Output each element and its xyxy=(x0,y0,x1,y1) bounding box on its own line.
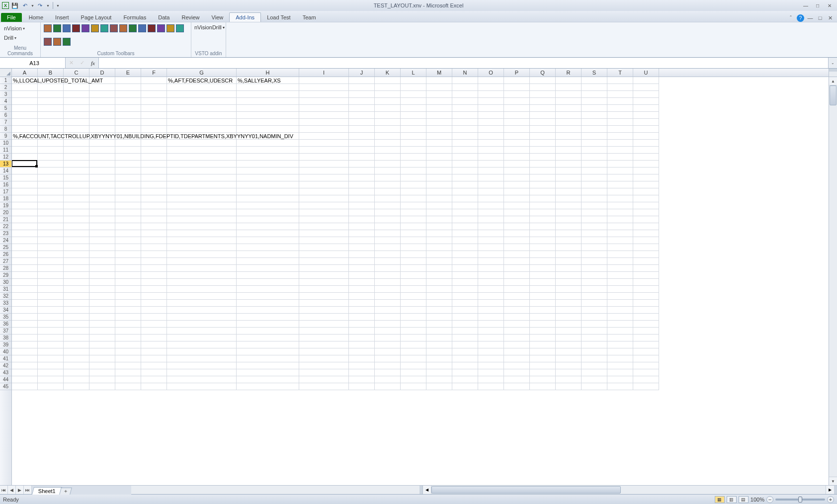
tab-load-test[interactable]: Load Test xyxy=(261,13,297,22)
column-header-C[interactable]: C xyxy=(64,69,89,77)
cancel-formula-button[interactable]: ✕ xyxy=(66,60,77,66)
horizontal-scrollbar[interactable]: ◀ ▶ xyxy=(422,486,834,494)
row-header-39[interactable]: 39 xyxy=(0,341,11,348)
row-header-9[interactable]: 9 xyxy=(0,133,11,140)
vertical-scrollbar[interactable]: ▲ ▼ xyxy=(829,77,837,485)
tab-data[interactable]: Data xyxy=(152,13,175,22)
workbook-restore-button[interactable]: □ xyxy=(816,14,824,22)
new-sheet-button[interactable]: ✦ xyxy=(59,488,72,495)
last-sheet-button[interactable]: ⏭ xyxy=(24,486,32,494)
row-header-24[interactable]: 24 xyxy=(0,237,11,244)
toolbar-icon[interactable] xyxy=(82,24,89,32)
zoom-out-button[interactable]: − xyxy=(766,496,773,503)
tab-page-layout[interactable]: Page Layout xyxy=(75,13,118,22)
row-header-32[interactable]: 32 xyxy=(0,293,11,300)
tab-review[interactable]: Review xyxy=(175,13,205,22)
cell-G1[interactable]: %,AFT,FDESCR,UDESCR xyxy=(167,77,233,84)
scroll-down-button[interactable]: ▼ xyxy=(829,477,837,485)
row-header-17[interactable]: 17 xyxy=(0,188,11,195)
toolbar-icon[interactable] xyxy=(44,38,52,46)
formula-input[interactable] xyxy=(99,58,828,68)
toolbar-icon[interactable] xyxy=(148,24,156,32)
normal-view-button[interactable]: ▦ xyxy=(715,496,725,503)
row-header-40[interactable]: 40 xyxy=(0,348,11,355)
column-header-S[interactable]: S xyxy=(582,69,607,77)
row-header-16[interactable]: 16 xyxy=(0,181,11,188)
column-header-Q[interactable]: Q xyxy=(530,69,556,77)
toolbar-icon[interactable] xyxy=(129,24,137,32)
name-box[interactable]: ▼ xyxy=(0,58,66,68)
page-break-view-button[interactable]: ▤ xyxy=(739,496,749,503)
cell-grid[interactable]: %,LLOCAL,UPOSTED_TOTAL_AMT%,AFT,FDESCR,U… xyxy=(12,77,829,485)
row-header-33[interactable]: 33 xyxy=(0,300,11,307)
name-box-input[interactable] xyxy=(0,60,69,66)
hscroll-thumb[interactable] xyxy=(431,486,621,494)
qat-customize[interactable]: ▼ xyxy=(56,4,60,7)
column-header-K[interactable]: K xyxy=(375,69,401,77)
toolbar-icon[interactable] xyxy=(119,24,127,32)
row-header-20[interactable]: 20 xyxy=(0,209,11,216)
row-header-31[interactable]: 31 xyxy=(0,286,11,293)
save-button[interactable]: 💾 xyxy=(11,1,19,9)
row-header-10[interactable]: 10 xyxy=(0,140,11,147)
prev-sheet-button[interactable]: ◀ xyxy=(8,486,16,494)
zoom-slider[interactable] xyxy=(775,499,825,501)
row-header-21[interactable]: 21 xyxy=(0,216,11,223)
toolbar-icon[interactable] xyxy=(100,24,108,32)
vertical-split-handle[interactable] xyxy=(829,69,837,72)
toolbar-icon[interactable] xyxy=(110,24,118,32)
row-header-4[interactable]: 4 xyxy=(0,98,11,105)
minimize-button[interactable]: — xyxy=(800,2,811,9)
cell-A1[interactable]: %,LLOCAL,UPOSTED_TOTAL_AMT xyxy=(12,77,103,84)
tab-team[interactable]: Team xyxy=(297,13,322,22)
scroll-up-button[interactable]: ▲ xyxy=(829,77,837,85)
row-header-37[interactable]: 37 xyxy=(0,328,11,335)
redo-button[interactable]: ↷ xyxy=(36,1,44,9)
toolbar-icon[interactable] xyxy=(167,24,174,32)
page-layout-view-button[interactable]: ▥ xyxy=(727,496,737,503)
row-header-11[interactable]: 11 xyxy=(0,147,11,154)
undo-dropdown[interactable]: ▼ xyxy=(31,4,34,7)
tab-view[interactable]: View xyxy=(206,13,230,22)
zoom-slider-knob[interactable] xyxy=(798,497,802,503)
first-sheet-button[interactable]: ⏮ xyxy=(0,486,8,494)
row-header-34[interactable]: 34 xyxy=(0,307,11,314)
column-header-O[interactable]: O xyxy=(478,69,504,77)
nvision-menu[interactable]: nVision▾ xyxy=(3,24,26,32)
row-header-1[interactable]: 1 xyxy=(0,77,11,84)
accept-formula-button[interactable]: ✓ xyxy=(77,60,87,66)
column-header-F[interactable]: F xyxy=(141,69,167,77)
row-header-15[interactable]: 15 xyxy=(0,174,11,181)
row-header-2[interactable]: 2 xyxy=(0,84,11,91)
tab-addins[interactable]: Add-Ins xyxy=(229,12,261,22)
row-header-6[interactable]: 6 xyxy=(0,112,11,119)
toolbar-icon[interactable] xyxy=(138,24,146,32)
toolbar-icon[interactable] xyxy=(53,38,61,46)
column-header-B[interactable]: B xyxy=(38,69,64,77)
row-header-3[interactable]: 3 xyxy=(0,91,11,98)
row-header-7[interactable]: 7 xyxy=(0,119,11,126)
tab-insert[interactable]: Insert xyxy=(49,13,75,22)
toolbar-icon[interactable] xyxy=(53,24,61,32)
column-header-H[interactable]: H xyxy=(237,69,299,77)
row-header-8[interactable]: 8 xyxy=(0,126,11,133)
column-header-R[interactable]: R xyxy=(556,69,582,77)
column-header-M[interactable]: M xyxy=(426,69,452,77)
row-header-18[interactable]: 18 xyxy=(0,195,11,202)
row-header-41[interactable]: 41 xyxy=(0,355,11,362)
row-header-5[interactable]: 5 xyxy=(0,105,11,112)
row-header-42[interactable]: 42 xyxy=(0,362,11,369)
column-header-U[interactable]: U xyxy=(633,69,659,77)
vscroll-track[interactable] xyxy=(829,85,837,477)
row-header-43[interactable]: 43 xyxy=(0,369,11,376)
row-header-38[interactable]: 38 xyxy=(0,335,11,341)
column-header-J[interactable]: J xyxy=(349,69,375,77)
toolbar-icon[interactable] xyxy=(44,24,52,32)
column-header-G[interactable]: G xyxy=(167,69,237,77)
horizontal-split-handle[interactable] xyxy=(834,486,837,494)
row-header-27[interactable]: 27 xyxy=(0,258,11,265)
redo-dropdown[interactable]: ▼ xyxy=(46,4,50,7)
vscroll-thumb[interactable] xyxy=(830,85,837,105)
row-header-36[interactable]: 36 xyxy=(0,321,11,328)
drill-menu[interactable]: Drill▾ xyxy=(3,34,17,42)
